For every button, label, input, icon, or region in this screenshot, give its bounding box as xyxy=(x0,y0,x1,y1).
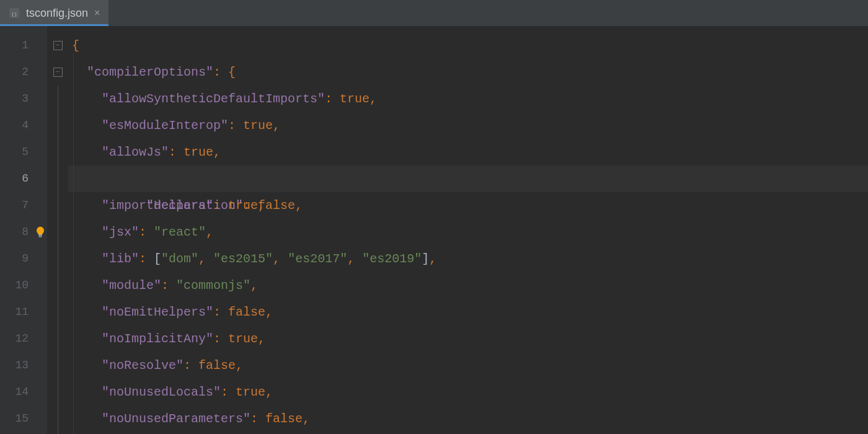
tab-tsconfig[interactable]: { } tsconfig.json × xyxy=(0,0,108,26)
lightbulb-icon[interactable] xyxy=(33,219,47,246)
code-line[interactable]: { xyxy=(68,32,868,59)
close-icon[interactable]: × xyxy=(94,7,100,19)
tsconfig-file-icon: { } xyxy=(9,7,20,19)
line-number: 10 xyxy=(0,272,47,299)
line-number: 7 xyxy=(0,192,47,219)
code-line[interactable]: "noUnusedParameters": false, xyxy=(68,405,868,432)
code-line[interactable]: "allowSyntheticDefaultImports": true, xyxy=(68,86,868,112)
svg-rect-4 xyxy=(39,236,42,237)
line-number: 11 xyxy=(0,299,47,326)
code-line[interactable]: "jsx": "react", xyxy=(68,219,868,246)
line-number: 2 xyxy=(0,59,47,86)
fold-column: − − xyxy=(47,26,68,434)
code-area[interactable]: { "compilerOptions": { "allowSyntheticDe… xyxy=(68,26,868,434)
line-number: 13 xyxy=(0,352,47,379)
line-number: 14 xyxy=(0,379,47,405)
code-line[interactable]: "noEmitHelpers": false, xyxy=(68,299,868,326)
svg-rect-3 xyxy=(38,234,42,236)
line-number: 5 xyxy=(0,139,47,166)
code-line[interactable]: "allowJs": true, xyxy=(68,139,868,166)
line-number: 4 xyxy=(0,112,47,139)
code-editor[interactable]: 12345678910111213141516 − − { "compilerO… xyxy=(0,26,868,434)
code-line[interactable]: "lib": ["dom", "es2015", "es2017", "es20… xyxy=(68,246,868,272)
code-line[interactable]: "importHelpers": true, xyxy=(68,192,868,219)
line-number: 15 xyxy=(0,405,47,432)
svg-text:{ }: { } xyxy=(12,11,17,17)
line-number: 6 xyxy=(0,166,47,192)
tab-bar: { } tsconfig.json × xyxy=(0,0,868,26)
code-line[interactable]: "esModuleInterop": true, xyxy=(68,112,868,139)
line-number: 1 xyxy=(0,32,47,59)
code-line[interactable]: "noResolve": false, xyxy=(68,352,868,379)
svg-point-2 xyxy=(37,226,44,234)
line-number: 12 xyxy=(0,326,47,352)
tab-label: tsconfig.json xyxy=(26,7,88,20)
code-line[interactable]: "noUnusedLocals": true, xyxy=(68,379,868,405)
code-line[interactable]: "module": "commonjs", xyxy=(68,272,868,299)
fold-toggle[interactable]: − xyxy=(47,59,68,86)
code-line[interactable]: "declaration": false, xyxy=(68,166,868,192)
code-line[interactable]: "noImplicitAny": true, xyxy=(68,326,868,352)
line-number: 3 xyxy=(0,86,47,112)
code-line[interactable]: "compilerOptions": { xyxy=(68,59,868,86)
line-number: 9 xyxy=(0,246,47,272)
fold-toggle[interactable]: − xyxy=(47,32,68,59)
